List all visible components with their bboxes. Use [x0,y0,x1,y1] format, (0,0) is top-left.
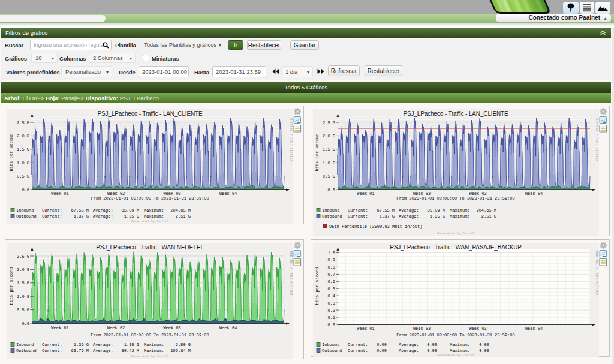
svg-text:Outbound: Outbound [322,214,342,219]
svg-text:0.0: 0.0 [22,321,29,326]
svg-text:0.4: 0.4 [327,294,335,299]
svg-text:Maximum:: Maximum: [450,208,470,213]
svg-text:RRDTOOL / TOBI OETIKER: RRDTOOL / TOBI OETIKER [595,118,598,162]
svg-text:Week 01: Week 01 [51,326,68,330]
svg-text:0.5 G: 0.5 G [17,308,29,312]
svg-text:Average:: Average: [93,214,113,219]
svg-text:Week 04: Week 04 [525,191,543,196]
svg-text:Week 01: Week 01 [51,191,68,196]
svg-text:Average:: Average: [93,348,113,353]
svg-text:Outbound: Outbound [16,214,37,219]
svg-text:Generated by Cacti®: Generated by Cacti® [131,354,169,359]
svg-text:PSJ_LPacheco - Traffic - LAN_C: PSJ_LPacheco - Traffic - LAN_CLIENTE [97,110,203,117]
svg-text:85.09 M: 85.09 M [428,208,445,213]
svg-text:Week 03: Week 03 [163,326,180,330]
svg-text:2.5 G: 2.5 G [17,121,29,125]
svg-text:85.09 M: 85.09 M [122,208,139,213]
svg-text:1.37 G: 1.37 G [74,214,89,219]
svg-text:bits per second: bits per second [315,133,320,171]
svg-text:Outbound: Outbound [322,348,342,353]
svg-text:Average:: Average: [399,342,419,347]
svg-text:Week 01: Week 01 [357,191,374,196]
svg-text:Week 01: Week 01 [357,326,374,331]
svg-text:1.35 G: 1.35 G [430,214,445,219]
svg-text:From 2023-01-01 00:00:00 To 20: From 2023-01-01 00:00:00 To 2023-01-31 2… [396,196,514,201]
svg-text:0.9: 0.9 [327,258,335,263]
svg-text:67.55 M: 67.55 M [377,208,395,213]
svg-text:0.00: 0.00 [377,348,387,353]
svg-text:Current:: Current: [42,348,62,353]
svg-text:2.51 G: 2.51 G [176,214,191,219]
svg-text:PSJ_LPacheco - Traffic - LAN_C: PSJ_LPacheco - Traffic - LAN_CLIENTE [403,110,508,117]
svg-text:Average:: Average: [93,342,113,347]
svg-text:Current:: Current: [42,214,62,219]
svg-text:Current:: Current: [42,208,62,213]
svg-text:Current:: Current: [348,208,368,213]
svg-text:204.65 M: 204.65 M [476,208,496,213]
svg-text:0.00: 0.00 [479,348,489,353]
svg-text:RRDTOOL / TOBI OETIKER: RRDTOOL / TOBI OETIKER [290,118,293,162]
svg-text:Week 02: Week 02 [413,326,431,331]
svg-text:63.76 M: 63.76 M [71,348,89,353]
svg-text:Maximum:: Maximum: [144,348,164,353]
svg-text:Week 02: Week 02 [107,191,125,196]
svg-text:0.0: 0.0 [327,323,335,327]
svg-text:1.37 G: 1.37 G [380,214,395,219]
svg-text:199.84 M: 199.84 M [170,348,191,353]
svg-text:Week 03: Week 03 [469,191,486,196]
svg-text:2.5 G: 2.5 G [17,254,29,259]
svg-text:bits per second: bits per second [9,267,14,305]
svg-text:Week 03: Week 03 [163,191,180,196]
svg-text:1.36 G: 1.36 G [74,342,89,347]
svg-text:Current:: Current: [348,348,368,353]
svg-text:Maximum:: Maximum: [144,342,164,347]
svg-text:Inbound: Inbound [16,208,34,213]
svg-text:Week 03: Week 03 [469,326,486,331]
svg-text:Week 02: Week 02 [107,326,125,330]
svg-text:Current:: Current: [42,342,62,347]
svg-text:0.5 G: 0.5 G [323,174,335,179]
svg-text:67.55 M: 67.55 M [71,208,89,213]
svg-text:Week 02: Week 02 [413,191,431,196]
svg-text:PSJ_LPacheco - Traffic - WAN N: PSJ_LPacheco - Traffic - WAN NEDETEL [96,244,204,251]
svg-text:From 2023-01-01 00:00:00 To 20: From 2023-01-01 00:00:00 To 2023-01-31 2… [396,333,514,338]
svg-text:1.5 G: 1.5 G [17,281,29,285]
svg-text:0.00: 0.00 [479,342,489,347]
svg-text:0.0: 0.0 [22,188,29,192]
svg-text:0.00: 0.00 [427,342,437,347]
svg-text:Maximum:: Maximum: [450,214,470,219]
svg-text:0.00: 0.00 [427,348,437,353]
svg-text:0.6: 0.6 [327,279,335,284]
svg-text:RRDTOOL / TOBI OETIKER: RRDTOOL / TOBI OETIKER [290,251,293,296]
svg-text:2.5 G: 2.5 G [323,121,335,125]
svg-text:Generated by Cacti®: Generated by Cacti® [437,231,475,236]
svg-text:0.5 G: 0.5 G [17,174,29,179]
svg-text:Maximum:: Maximum: [450,348,470,353]
svg-text:2.50 G: 2.50 G [176,342,191,347]
svg-text:Average:: Average: [399,208,419,213]
svg-text:2.0 G: 2.0 G [17,267,29,272]
svg-text:Generated by Cacti®: Generated by Cacti® [131,219,169,224]
svg-text:Current:: Current: [348,342,368,347]
svg-text:Maximum:: Maximum: [144,208,164,213]
svg-text:Inbound: Inbound [322,208,339,213]
svg-text:0.7: 0.7 [327,272,335,277]
svg-text:1.35 G: 1.35 G [124,214,139,219]
svg-text:Week 04: Week 04 [219,191,237,196]
svg-text:Week 04: Week 04 [219,326,237,330]
svg-text:0.3: 0.3 [327,301,335,306]
svg-text:2.0 G: 2.0 G [17,134,29,139]
svg-text:Week 04: Week 04 [525,326,543,331]
svg-text:0.2: 0.2 [327,308,335,313]
svg-text:2.0 G: 2.0 G [323,134,335,139]
svg-text:1.5 G: 1.5 G [17,147,29,152]
svg-text:From 2023-01-01 00:00:00 To 20: From 2023-01-01 00:00:00 To 2023-01-31 2… [91,196,209,201]
svg-text:Inbound: Inbound [16,342,34,347]
svg-text:1.0 G: 1.0 G [17,161,29,166]
svg-text:204.65 M: 204.65 M [170,208,191,213]
svg-text:1.35 G: 1.35 G [124,342,139,347]
svg-text:bits per second: bits per second [315,267,320,305]
svg-text:PSJ_LPacheco - Traffic - WAN_P: PSJ_LPacheco - Traffic - WAN_PASAJE_BACK… [390,244,522,251]
svg-text:0.1: 0.1 [327,315,335,320]
svg-text:0.8: 0.8 [327,265,335,270]
